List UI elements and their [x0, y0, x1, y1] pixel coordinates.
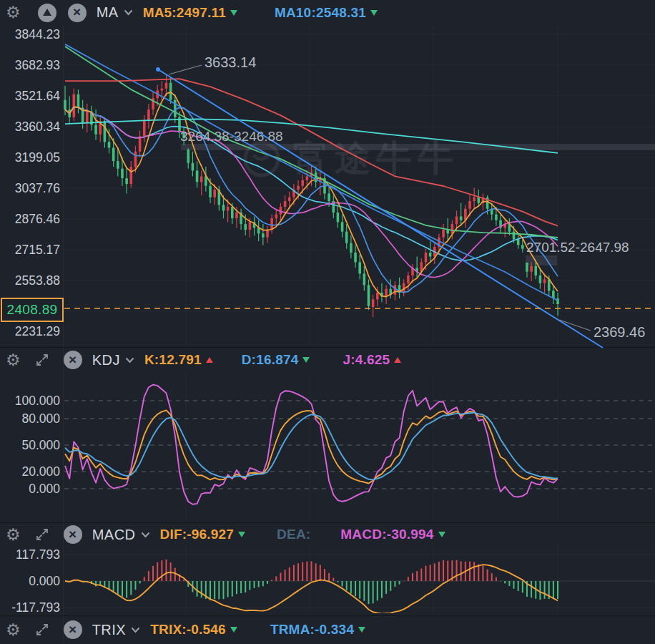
macd-dif-value[interactable]: DIF:-96.927 [160, 527, 235, 542]
macd-dea-value[interactable]: DEA: [277, 527, 310, 542]
axis-label: 2231.29 [0, 324, 60, 338]
down-arrow-icon [438, 532, 445, 537]
down-arrow-icon [370, 10, 378, 16]
trma-value[interactable]: TRMA:-0.334 [270, 622, 354, 638]
indicator-name-trix[interactable]: TRIX [92, 622, 127, 638]
ma5-value[interactable]: MA5:2497.11 [143, 5, 226, 21]
kdj-d-value[interactable]: D:16.874 [242, 352, 299, 368]
settings-icon[interactable]: ⚙ [6, 527, 21, 543]
axis-label: 3521.64 [0, 89, 60, 103]
settings-icon[interactable]: ⚙ [6, 4, 21, 21]
kdj-panel-toolbar: ⚙ × KDJ K:12.791 D:16.874 J:4.625 [0, 348, 655, 372]
close-indicator-icon[interactable]: × [64, 525, 82, 544]
indicator-name-ma[interactable]: MA [97, 4, 119, 21]
chevron-down-icon[interactable] [141, 532, 150, 538]
axis-label: 3844.23 [0, 27, 60, 42]
macd-macd-value[interactable]: MACD:-30.994 [340, 527, 433, 542]
trix-panel-toolbar: ⚙ × TRIX TRIX:-0.546 TRMA:-0.334 [0, 617, 655, 643]
expand-panel-icon[interactable] [35, 623, 49, 637]
up-arrow-icon [394, 357, 401, 363]
axis-label: 3360.34 [0, 119, 60, 134]
axis-label: 80.000 [0, 411, 60, 426]
indicator-name-kdj[interactable]: KDJ [92, 352, 120, 369]
settings-icon[interactable]: ⚙ [6, 352, 21, 369]
kdj-k-value[interactable]: K:12.791 [144, 352, 202, 368]
expand-panel-icon[interactable] [35, 353, 49, 367]
axis-label: 3199.05 [0, 150, 60, 165]
close-indicator-icon[interactable]: × [64, 620, 82, 639]
axis-label: 3682.93 [0, 58, 60, 72]
kdj-j-value[interactable]: J:4.625 [343, 352, 390, 368]
chevron-down-icon[interactable] [125, 357, 134, 364]
expand-panel-icon[interactable] [35, 527, 49, 542]
close-indicator-icon[interactable]: × [68, 4, 87, 22]
annotation-low-price: 2369.46 [594, 324, 645, 341]
down-arrow-icon [238, 532, 245, 537]
annotation-peak-price: 3633.14 [205, 54, 256, 71]
down-arrow-icon [302, 357, 310, 363]
up-arrow-icon [206, 357, 213, 363]
axis-label: 100.000 [0, 394, 60, 408]
chart-canvas[interactable] [0, 0, 655, 644]
main-chart-toolbar: ⚙ × MA MA5:2497.11 MA10:2548.31 [0, 0, 655, 25]
axis-label: 0.000 [0, 574, 60, 588]
down-arrow-icon [230, 10, 237, 16]
indicator-name-macd[interactable]: MACD [92, 527, 136, 543]
ma10-value[interactable]: MA10:2548.31 [275, 5, 366, 21]
annotation-gap2: 2701.52-2647.98 [526, 240, 629, 255]
chevron-down-icon[interactable] [131, 627, 140, 633]
annotation-gap1: 3264.38-3246.88 [180, 129, 283, 145]
down-arrow-icon [230, 627, 237, 633]
macd-panel-toolbar: ⚙ × MACD DIF:-96.927 DEA: MACD:-30.994 [0, 523, 655, 546]
settings-icon[interactable]: ⚙ [6, 622, 21, 638]
trix-value[interactable]: TRIX:-0.546 [150, 622, 226, 638]
axis-label: 2715.17 [0, 243, 60, 257]
down-arrow-icon [358, 627, 365, 633]
collapse-panel-icon[interactable] [38, 4, 56, 22]
axis-label: -117.793 [0, 600, 60, 615]
axis-label: 2876.46 [0, 212, 60, 226]
axis-label: 50.000 [0, 438, 60, 452]
axis-label: 117.793 [0, 547, 60, 562]
axis-label: 20.000 [0, 464, 60, 479]
current-price-tag: 2408.89 [1, 298, 64, 322]
close-indicator-icon[interactable]: × [64, 351, 82, 369]
axis-label: 2553.88 [0, 273, 60, 288]
axis-label: 3037.76 [0, 181, 60, 195]
axis-label: 0.000 [0, 482, 60, 496]
chevron-down-icon[interactable] [124, 9, 133, 16]
